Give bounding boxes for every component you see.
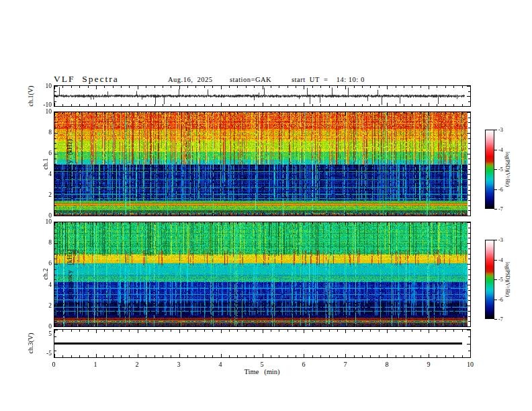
time-xtick-label: 10 [460, 361, 480, 368]
time-xtick-label: 0 [44, 361, 64, 368]
colorbar-tick-label: -4 [498, 257, 503, 263]
time-xtick-label: 6 [294, 361, 314, 368]
colorbar-ch1 [485, 130, 494, 209]
colorbar-ch1-title: log(PSD)(V²/Hz) [504, 138, 511, 200]
ch1-voltage-canvas [54, 86, 470, 106]
colorbar-tick-label: -7 [498, 316, 503, 322]
colorbar-tick-mark [494, 240, 497, 240]
time-xtick-label: 4 [210, 361, 230, 368]
ch3v-ytick-label: -5 [34, 350, 52, 357]
colorbar-ch2-title: log(PSD)(V²/Hz) [504, 248, 511, 310]
time-xtick-label: 3 [169, 361, 189, 368]
colorbar-tick-label: -6 [498, 297, 503, 303]
spec2-ytick-label: 2 [34, 302, 52, 309]
ch3v-ytick-label: 5 [34, 330, 52, 337]
spec1-ytick-label: 4 [34, 171, 52, 177]
ch1-frequency-axis-title: ch.1 Frequency (kHz) [26, 126, 42, 201]
colorbar-tick-label: -3 [498, 127, 503, 133]
colorbar-tick-label: -6 [498, 187, 503, 193]
colorbar-ch2 [485, 240, 494, 319]
date-label: Aug.16, 2025 [168, 76, 213, 83]
colorbar-tick-mark [494, 130, 497, 130]
spec2-ytick-label: 10 [34, 218, 52, 225]
colorbar-tick-mark [494, 260, 497, 261]
ch1v-ytick-label: -10 [34, 101, 52, 108]
ch1-voltage-panel [54, 85, 471, 107]
colorbar-tick-label: -7 [498, 206, 503, 212]
spec1-ytick-label: 8 [34, 129, 52, 136]
spec1-ytick-label: 6 [34, 150, 52, 156]
colorbar-tick-label: -5 [498, 277, 503, 283]
colorbar-tick-mark [494, 169, 497, 170]
ch1-spectrogram-panel [54, 111, 471, 216]
ch1-axis-title-line1: ch.1 [42, 126, 50, 201]
colorbar-tick-mark [494, 279, 497, 280]
colorbar-tick-label: -4 [498, 147, 503, 153]
time-xtick-label: 1 [85, 361, 105, 368]
spec2-ytick-label: 8 [34, 239, 52, 246]
spec2-ytick-label: 4 [34, 281, 52, 288]
time-xtick-label: 7 [335, 361, 355, 368]
colorbar-tick-mark [494, 189, 497, 190]
station-label: station=GAK [230, 76, 271, 83]
ch1-spectrogram-canvas [54, 112, 470, 216]
ch2-axis-title-line1: ch.2 [42, 236, 50, 312]
time-xtick-label: 2 [127, 361, 147, 368]
ch2-spectrogram-panel [54, 222, 471, 327]
colorbar-tick-label: -3 [498, 237, 503, 243]
ch2-spectrogram-canvas [54, 222, 470, 326]
colorbar-tick-label: -5 [498, 167, 503, 173]
time-xtick-label: 8 [377, 361, 397, 368]
ch3-voltage-canvas [54, 330, 470, 357]
ch3-voltage-panel [54, 329, 471, 358]
time-xtick-label: 9 [418, 361, 439, 368]
colorbar-tick-mark [494, 319, 497, 320]
colorbar-tick-mark [494, 209, 497, 210]
colorbar-tick-mark [494, 300, 497, 300]
time-xtick-label: 5 [252, 361, 272, 368]
plot-title: VLF Spectra [54, 74, 119, 85]
spec2-ytick-label: 0 [34, 323, 52, 330]
ch1-axis-title-line2: Frequency (kHz) [66, 126, 74, 201]
colorbar-tick-mark [494, 150, 497, 150]
vlf-spectra-figure: VLF Spectra Aug.16, 2025 station=GAK sta… [0, 0, 532, 411]
spec1-ytick-label: 2 [34, 191, 52, 198]
start-ut-label: start UT = 14: 10: 0 [292, 76, 365, 83]
ch2-axis-title-line2: Frequency (kHz) [66, 236, 74, 312]
ch2-frequency-axis-title: ch.2 Frequency (kHz) [26, 236, 42, 312]
time-axis-title: Time (min) [228, 368, 296, 375]
spec2-ytick-label: 6 [34, 260, 52, 267]
spec1-ytick-label: 10 [34, 108, 52, 115]
ch1v-ytick-label: 10 [34, 83, 52, 89]
